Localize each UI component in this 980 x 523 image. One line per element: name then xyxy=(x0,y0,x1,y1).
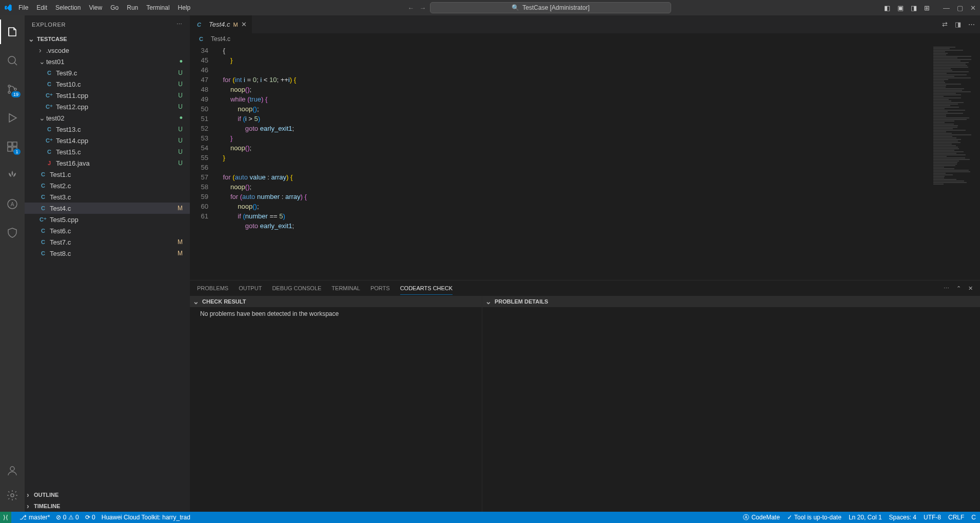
sidebar-title: EXPLORER xyxy=(32,22,66,28)
activity-run-debug[interactable] xyxy=(0,106,25,130)
activity-explorer[interactable] xyxy=(0,19,25,44)
file-type-icon: C xyxy=(45,149,53,155)
sidebar-more-icon[interactable]: ⋯ xyxy=(177,21,183,28)
compare-changes-icon[interactable]: ⇄ xyxy=(942,21,948,28)
svg-point-10 xyxy=(10,467,14,471)
file-test14-cpp[interactable]: C⁺Test14.cppU xyxy=(25,135,190,146)
outline-section[interactable]: ›OUTLINE xyxy=(25,489,190,500)
menu-run[interactable]: Run xyxy=(123,2,142,13)
panel-more-icon[interactable]: ⋯ xyxy=(944,285,949,292)
file-test12-cpp[interactable]: C⁺Test12.cppU xyxy=(25,101,190,112)
panel-maximize-icon[interactable]: ⌃ xyxy=(956,285,961,292)
menu-help[interactable]: Help xyxy=(174,2,195,13)
window-minimize-icon[interactable]: — xyxy=(943,4,950,12)
menu-edit[interactable]: Edit xyxy=(32,2,51,13)
file-test2-c[interactable]: CTest2.c xyxy=(25,180,190,191)
status-toolkit[interactable]: Huawei Cloud Toolkit: harry_trad xyxy=(102,514,190,521)
folder-test01[interactable]: ⌄test01• xyxy=(25,56,190,67)
scm-decoration: U xyxy=(178,137,183,144)
status-problems[interactable]: ⊘ 0 ⚠ 0 xyxy=(56,514,79,521)
nav-back-icon[interactable]: ← xyxy=(407,4,414,12)
command-center[interactable]: 🔍 TestCase [Administrator] xyxy=(430,2,671,13)
layout-customize-icon[interactable]: ⊞ xyxy=(924,4,930,12)
menu-go[interactable]: Go xyxy=(106,2,123,13)
file-test16-java[interactable]: JTest16.javaU xyxy=(25,157,190,169)
file-test13-c[interactable]: CTest13.cU xyxy=(25,124,190,135)
svg-point-1 xyxy=(8,85,10,87)
nav-forward-icon[interactable]: → xyxy=(419,4,426,12)
file-test7-c[interactable]: CTest7.cM xyxy=(25,236,190,248)
file-test10-c[interactable]: CTest10.cU xyxy=(25,78,190,90)
activity-source-control[interactable]: 19 xyxy=(0,77,25,102)
editor-more-icon[interactable]: ⋯ xyxy=(968,21,975,28)
file-label: Test9.c xyxy=(56,69,77,77)
activity-extensions[interactable]: 1 xyxy=(0,134,25,159)
search-icon: 🔍 xyxy=(512,4,519,11)
timeline-section[interactable]: ›TIMELINE xyxy=(25,500,190,512)
activity-ai[interactable]: A xyxy=(0,192,25,216)
status-encoding[interactable]: UTF-8 xyxy=(924,514,941,521)
menu-terminal[interactable]: Terminal xyxy=(142,2,173,13)
file-test15-c[interactable]: CTest15.cU xyxy=(25,146,190,157)
file-test9-c[interactable]: CTest9.cU xyxy=(25,67,190,78)
layout-primary-icon[interactable]: ◧ xyxy=(884,4,890,12)
code-editor[interactable]: 344546474849505152535455565758596061 { }… xyxy=(190,45,980,280)
file-test11-cpp[interactable]: C⁺Test11.cppU xyxy=(25,90,190,101)
file-test3-c[interactable]: CTest3.c xyxy=(25,191,190,203)
menu-selection[interactable]: Selection xyxy=(51,2,85,13)
line-numbers: 344546474849505152535455565758596061 xyxy=(190,45,215,280)
sidebar: EXPLORER ⋯ ⌄ TESTCASE ›.vscode⌄test01•CT… xyxy=(25,15,190,512)
status-tool-uptodate[interactable]: ✓Tool is up-to-date xyxy=(787,514,841,521)
layout-secondary-icon[interactable]: ◨ xyxy=(911,4,917,12)
svg-rect-4 xyxy=(8,142,12,146)
minimap[interactable] xyxy=(931,45,980,280)
folder-test02[interactable]: ⌄test02• xyxy=(25,112,190,124)
editor-tab[interactable]: C Test4.c M ✕ xyxy=(190,15,252,33)
file-test4-c[interactable]: CTest4.cM xyxy=(25,203,190,214)
folder--vscode[interactable]: ›.vscode xyxy=(25,45,190,56)
remote-indicator[interactable]: ⟩⟨ xyxy=(0,512,11,523)
person-icon: Ⓐ xyxy=(743,513,749,522)
chevron-down-icon: ⌄ xyxy=(28,35,35,43)
window-close-icon[interactable]: ✕ xyxy=(970,4,976,12)
activity-bar: 19 1 A xyxy=(0,15,25,512)
status-branch[interactable]: ⎇master* xyxy=(19,514,50,521)
menu-file[interactable]: File xyxy=(14,2,32,13)
window-maximize-icon[interactable]: ▢ xyxy=(957,4,963,12)
workspace-header[interactable]: ⌄ TESTCASE xyxy=(25,33,190,45)
status-codemate[interactable]: ⒶCodeMate xyxy=(743,513,779,522)
file-test6-c[interactable]: CTest6.c xyxy=(25,225,190,236)
code-content[interactable]: { } for (int i = 0; i < 10; ++i) { noop(… xyxy=(215,45,931,280)
status-eol[interactable]: CRLF xyxy=(948,514,964,521)
file-test1-c[interactable]: CTest1.c xyxy=(25,169,190,180)
panel-tab-problems[interactable]: PROBLEMS xyxy=(197,282,228,294)
activity-search[interactable] xyxy=(0,48,25,73)
panel-tab-ports[interactable]: PORTS xyxy=(370,282,390,294)
panel-tab-terminal[interactable]: TERMINAL xyxy=(331,282,360,294)
vscode-logo-icon xyxy=(4,4,12,12)
breadcrumb[interactable]: C Test4.c xyxy=(190,33,980,45)
status-language[interactable]: C xyxy=(971,514,976,521)
status-cursor[interactable]: Ln 20, Col 1 xyxy=(849,514,882,521)
activity-settings[interactable] xyxy=(0,483,25,508)
activity-account[interactable] xyxy=(0,458,25,483)
status-spaces[interactable]: Spaces: 4 xyxy=(889,514,916,521)
file-type-icon: C xyxy=(39,228,47,234)
panel-close-icon[interactable]: ✕ xyxy=(968,285,973,292)
panel-tab-output[interactable]: OUTPUT xyxy=(239,282,262,294)
panel-tab-codearts-check[interactable]: CODEARTS CHECK xyxy=(400,282,453,295)
activity-huawei[interactable] xyxy=(0,163,25,188)
file-type-icon: C xyxy=(39,183,47,189)
split-editor-icon[interactable]: ◨ xyxy=(955,21,961,28)
file-test8-c[interactable]: CTest8.cM xyxy=(25,248,190,259)
activity-shield[interactable] xyxy=(0,220,25,245)
chevron-down-icon: ⌄ xyxy=(485,297,493,306)
file-label: Test15.c xyxy=(56,148,81,156)
tab-close-icon[interactable]: ✕ xyxy=(241,21,247,28)
layout-panel-icon[interactable]: ▣ xyxy=(897,4,904,12)
status-ports[interactable]: ⟳ 0 xyxy=(85,514,95,521)
panel-tab-debug-console[interactable]: DEBUG CONSOLE xyxy=(272,282,321,294)
menu-view[interactable]: View xyxy=(85,2,106,13)
file-test5-cpp[interactable]: C⁺Test5.cpp xyxy=(25,214,190,225)
chevron-right-icon: › xyxy=(39,46,46,54)
